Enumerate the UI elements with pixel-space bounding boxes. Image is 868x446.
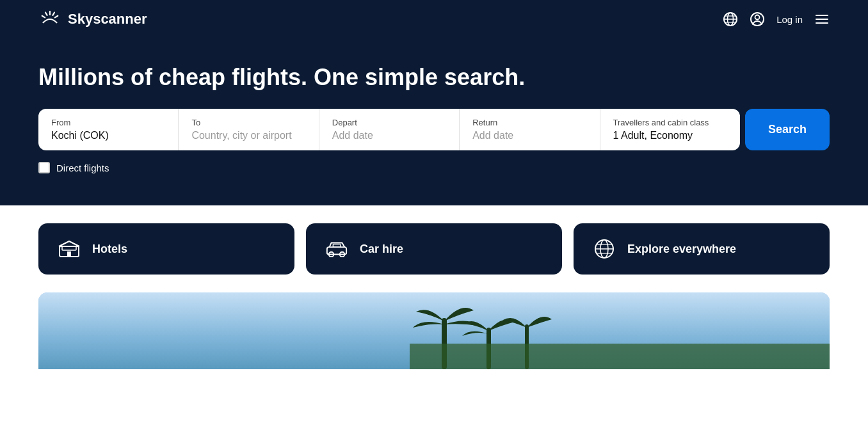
return-placeholder: Add date [472,130,586,141]
search-bar: From Kochi (COK) To Country, city or air… [38,109,830,150]
to-placeholder: Country, city or airport [191,130,305,141]
search-button[interactable]: Search [745,109,830,150]
travellers-value: 1 Adult, Economy [613,130,727,141]
hamburger-menu-icon[interactable] [814,12,830,27]
depart-label: Depart [332,118,446,127]
direct-flights-checkbox[interactable] [38,162,50,173]
travellers-field[interactable]: Travellers and cabin class 1 Adult, Econ… [600,109,740,150]
hero-section: Millions of cheap flights. One simple se… [0,38,868,205]
svg-rect-17 [67,251,71,257]
depart-placeholder: Add date [332,130,446,141]
svg-line-3 [45,13,47,15]
logo[interactable]: Skyscanner [38,10,147,28]
hotel-icon [58,237,81,260]
nav-right: Log in [723,12,830,27]
return-label: Return [472,118,586,127]
depart-field[interactable]: Depart Add date [319,109,459,150]
hotels-label: Hotels [92,243,127,256]
direct-flights-row: Direct flights [38,162,830,173]
skyscanner-logo-icon [38,10,61,28]
language-globe-icon[interactable] [723,12,738,27]
direct-flights-label: Direct flights [56,163,109,173]
car-hire-button[interactable]: Car hire [306,223,562,275]
svg-rect-18 [327,247,346,254]
user-account-icon[interactable] [750,12,765,27]
header: Skyscanner Log in [0,0,868,38]
explore-everywhere-label: Explore everywhere [627,243,736,256]
hero-title: Millions of cheap flights. One simple se… [38,64,830,91]
return-field[interactable]: Return Add date [459,109,599,150]
car-icon [325,237,348,260]
svg-line-4 [42,16,45,18]
hotels-button[interactable]: Hotels [38,223,294,275]
from-field[interactable]: From Kochi (COK) [38,109,178,150]
svg-line-1 [52,13,54,15]
svg-line-2 [55,16,58,18]
login-button[interactable]: Log in [776,14,803,25]
to-field[interactable]: To Country, city or airport [178,109,318,150]
destination-image [38,292,830,369]
explore-everywhere-button[interactable]: Explore everywhere [574,223,830,275]
travellers-label: Travellers and cabin class [613,118,727,127]
logo-text: Skyscanner [68,11,147,28]
svg-point-11 [755,15,760,20]
photo-strip [38,292,830,369]
quick-links: Hotels Car hire Explore everywhere [0,205,868,292]
car-hire-label: Car hire [360,243,403,256]
explore-globe-icon [593,237,616,260]
from-label: From [51,118,165,127]
from-value: Kochi (COK) [51,130,165,141]
svg-rect-31 [410,344,830,369]
to-label: To [191,118,305,127]
